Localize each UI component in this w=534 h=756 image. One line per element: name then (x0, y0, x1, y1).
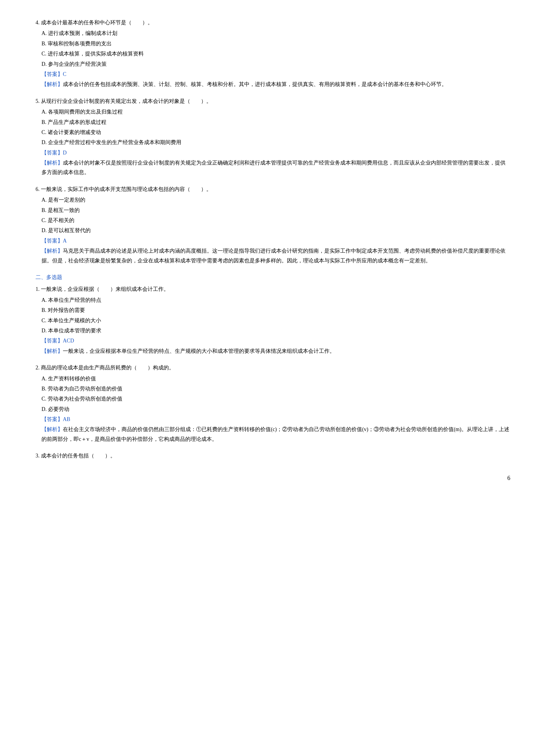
question-6-answer: 【答案】A (41, 236, 510, 246)
question-6-content: 一般来说，实际工作中的成本开支范围与理论成本包括的内容（ ）。 (41, 186, 212, 192)
question-4-number: 4. (36, 19, 40, 25)
question-5-option-b: B. 产品生产成本的形成过程 (41, 118, 510, 127)
page-number: 6 (24, 472, 510, 483)
question-4-text: 4. 成本会计最基本的任务和中心环节是（ ）。 (36, 18, 510, 27)
mquestion-2-option-d: D. 必要劳动 (41, 404, 510, 414)
question-5-analysis: 【解析】成本会计的对象不仅是按照现行企业会计制度的有关规定为企业正确确定利润和进… (41, 158, 510, 177)
mquestion-1-content: 一般来说，企业应根据（ ）来组织成本会计工作。 (41, 286, 169, 292)
question-5-content: 从现行行业企业会计制度的有关规定出发，成本会计的对象是（ ）。 (41, 98, 212, 104)
mquestion-2-option-c: C. 劳动者为社会劳动所创造的价值 (41, 394, 510, 403)
question-4-option-d: D. 参与企业的生产经营决策 (41, 59, 510, 69)
mquestion-1-option-d: D. 本单位成本管理的要求 (41, 326, 510, 335)
question-4-option-b: B. 审核和控制各项费用的支出 (41, 39, 510, 48)
question-5-text: 5. 从现行行业企业会计制度的有关规定出发，成本会计的对象是（ ）。 (36, 96, 510, 106)
question-5-option-d: D. 企业生产经营过程中发生的生产经营业务成本和期间费用 (41, 138, 510, 147)
mquestion-2-content: 商品的理论成本是由生产商品所耗费的（ ）构成的。 (41, 364, 174, 370)
mquestion-1-analysis: 【解析】一般来说，企业应根据本单位生产经营的特点、生产规模的大小和成本管理的要求… (41, 346, 510, 356)
question-5-answer: 【答案】D (41, 148, 510, 157)
question-6-option-b: B. 是相互一致的 (41, 205, 510, 215)
mquestion-3-content: 成本会计的任务包括（ ）。 (41, 453, 115, 459)
question-6-number: 6. (36, 186, 40, 192)
mquestion-2-analysis: 【解析】在社会主义市场经济中，商品的价值仍然由三部分组成：①已耗费的生产资料转移… (41, 424, 510, 444)
mquestion-2-number: 2. (36, 364, 40, 370)
question-4-analysis: 【解析】成本会计的任务包括成本的预测、决策、计划、控制、核算、考核和分析。其中，… (41, 79, 510, 89)
mquestion-1-option-a: A. 本单位生产经营的特点 (41, 295, 510, 305)
mquestion-1-text: 1. 一般来说，企业应根据（ ）来组织成本会计工作。 (36, 284, 510, 294)
question-6-analysis: 【解析】马克思关于商品成本的论述是从理论上对成本内涵的高度概括。这一理论是指导我… (41, 246, 510, 265)
question-5: 5. 从现行行业企业会计制度的有关规定出发，成本会计的对象是（ ）。 A. 各项… (24, 96, 510, 177)
mquestion-3-text: 3. 成本会计的任务包括（ ）。 (36, 451, 510, 460)
mquestion-2-text: 2. 商品的理论成本是由生产商品所耗费的（ ）构成的。 (36, 363, 510, 372)
question-6-text: 6. 一般来说，实际工作中的成本开支范围与理论成本包括的内容（ ）。 (36, 184, 510, 194)
mquestion-2-option-a: A. 生产资料转移的价值 (41, 374, 510, 383)
mquestion-2-option-b: B. 劳动者为自己劳动所创造的价值 (41, 384, 510, 393)
question-4-answer: 【答案】C (41, 69, 510, 79)
mquestion-1: 1. 一般来说，企业应根据（ ）来组织成本会计工作。 A. 本单位生产经营的特点… (24, 284, 510, 356)
mquestion-3-number: 3. (36, 453, 40, 459)
question-4: 4. 成本会计最基本的任务和中心环节是（ ）。 A. 进行成本预测，编制成本计划… (24, 18, 510, 89)
mquestion-1-number: 1. (36, 286, 40, 292)
mquestion-2: 2. 商品的理论成本是由生产商品所耗费的（ ）构成的。 A. 生产资料转移的价值… (24, 363, 510, 444)
question-5-number: 5. (36, 98, 40, 104)
section2-title: 二、多选题 (36, 272, 510, 282)
mquestion-3: 3. 成本会计的任务包括（ ）。 (24, 451, 510, 460)
mquestion-1-option-c: C. 本单位生产规模的大小 (41, 316, 510, 325)
question-6-option-c: C. 是不相关的 (41, 216, 510, 225)
question-6: 6. 一般来说，实际工作中的成本开支范围与理论成本包括的内容（ ）。 A. 是有… (24, 184, 510, 265)
question-4-option-c: C. 进行成本核算，提供实际成本的核算资料 (41, 49, 510, 58)
mquestion-2-answer: 【答案】AB (41, 415, 510, 424)
question-4-option-a: A. 进行成本预测，编制成本计划 (41, 28, 510, 38)
question-5-option-a: A. 各项期间费用的支出及归集过程 (41, 107, 510, 117)
question-6-option-a: A. 是有一定差别的 (41, 195, 510, 204)
question-6-option-d: D. 是可以相互替代的 (41, 226, 510, 235)
question-4-content: 成本会计最基本的任务和中心环节是（ ）。 (41, 19, 153, 25)
mquestion-1-option-b: B. 对外报告的需要 (41, 305, 510, 315)
mquestion-1-answer: 【答案】ACD (41, 336, 510, 345)
question-5-option-c: C. 诸会计要素的增减变动 (41, 127, 510, 137)
